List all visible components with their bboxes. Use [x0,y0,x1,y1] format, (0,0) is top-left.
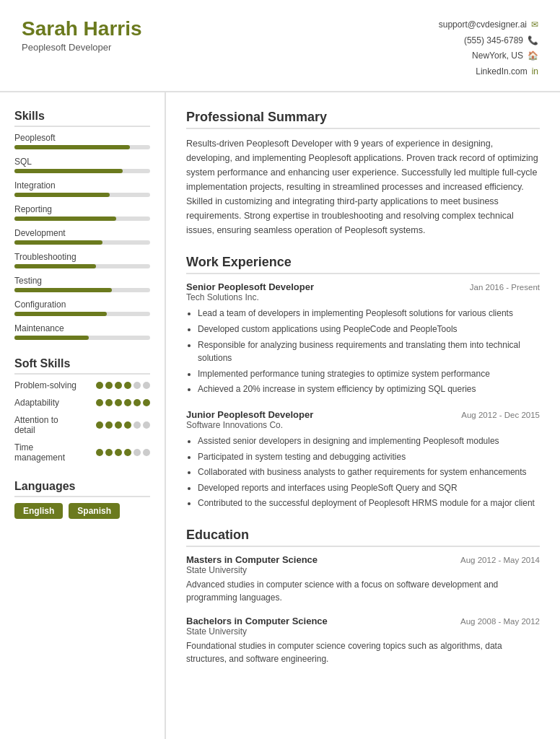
filled-dot [96,421,103,429]
email-text: support@cvdesigner.ai [439,17,527,33]
job-bullets: Lead a team of developers in implementin… [186,307,540,396]
filled-dot [124,449,131,456]
bullet: Lead a team of developers in implementin… [198,307,540,320]
bullet: Contributed to the successful deployment… [198,497,540,510]
bullet: Achieved a 20% increase in system effici… [198,382,540,396]
linkedin-contact: LinkedIn.com in [439,64,538,80]
empty-dot [143,382,150,389]
languages-section: Languages EnglishSpanish [14,480,150,519]
skill-bar-bg [14,169,150,173]
skill-bar-fill [14,193,110,197]
soft-skill-item: Adaptability [14,398,150,408]
email-icon: ✉ [531,17,538,33]
skill-bar-fill [14,288,112,292]
filled-dot [115,421,122,429]
edu-dates: Aug 2008 - May 2012 [460,617,540,626]
filled-dot [115,382,122,389]
empty-dot [134,382,141,389]
skills-title: Skills [14,110,150,127]
skill-bar-fill [14,240,102,245]
skill-name: SQL [14,157,150,167]
soft-skill-name: Problem-solving [14,380,79,390]
bullet: Developed custom applications using Peop… [198,323,540,336]
job-entry: Senior Peoplesoft Developer Jan 2016 - P… [186,281,540,396]
bullet: Developed reports and interfaces using P… [198,481,540,495]
filled-dot [115,399,122,406]
skill-bar-fill [14,169,123,173]
job-header: Senior Peoplesoft Developer Jan 2016 - P… [186,281,540,292]
skill-bar-bg [14,240,150,245]
dots [96,421,150,429]
filled-dot [134,399,141,406]
soft-skill-name: Attention to detail [14,415,79,435]
summary-text: Results-driven Peoplesoft Developer with… [186,136,540,237]
skill-name: Troubleshooting [14,252,150,262]
linkedin-icon: in [532,64,538,80]
bullet: Assisted senior developers in designing … [198,434,540,448]
skill-bar-bg [14,264,150,268]
skill-bar-bg [14,217,150,221]
skills-list: Peoplesoft SQL Integration Reporting Dev… [14,133,150,340]
experience-title: Work Experience [186,255,540,274]
phone-contact: (555) 345-6789 📞 [439,33,538,49]
edu-header: Masters in Computer Science Aug 2012 - M… [186,554,540,565]
skill-item: Reporting [14,204,150,221]
job-company: Software Innovations Co. [186,420,540,430]
bullet: Implemented performance tuning strategie… [198,367,540,381]
filled-dot [124,399,131,406]
skill-bar-bg [14,312,150,316]
soft-skills-section: Soft Skills Problem-solving Adaptability… [14,357,150,463]
skill-bar-bg [14,145,150,149]
filled-dot [115,449,122,456]
job-bullets: Assisted senior developers in designing … [186,434,540,510]
filled-dot [105,382,113,389]
skill-name: Peoplesoft [14,133,150,143]
skill-item: Configuration [14,299,150,316]
soft-skill-name: Time management [14,442,79,463]
edu-entry: Bachelors in Computer Science Aug 2008 -… [186,616,540,665]
skill-item: Troubleshooting [14,252,150,268]
soft-skill-item: Problem-solving [14,380,150,390]
main-content: Professional Summary Results-driven Peop… [166,92,560,739]
location-text: NewYork, US [472,48,523,64]
bullet: Responsible for analyzing business requi… [198,338,540,365]
summary-section: Professional Summary Results-driven Peop… [186,110,540,237]
phone-icon: 📞 [528,33,538,49]
skill-name: Testing [14,276,150,286]
contact-info: support@cvdesigner.ai ✉ (555) 345-6789 📞… [439,17,538,79]
bullet: Participated in system testing and debug… [198,450,540,464]
dots [96,449,150,456]
candidate-title: Peoplesoft Developer [22,42,142,53]
filled-dot [124,382,131,389]
edu-degree: Masters in Computer Science [186,554,318,565]
filled-dot [105,449,113,456]
skill-item: Integration [14,180,150,197]
skills-section: Skills Peoplesoft SQL Integration Report… [14,110,150,340]
empty-dot [134,421,141,429]
skill-item: SQL [14,157,150,173]
edu-school: State University [186,565,540,575]
resume-header: Sarah Harris Peoplesoft Developer suppor… [0,0,560,92]
job-header: Junior Peoplesoft Developer Aug 2012 - D… [186,409,540,420]
summary-title: Professional Summary [186,110,540,129]
email-contact: support@cvdesigner.ai ✉ [439,17,538,33]
soft-skill-name: Adaptability [14,398,79,408]
experience-section: Work Experience Senior Peoplesoft Develo… [186,255,540,510]
edu-degree: Bachelors in Computer Science [186,616,328,626]
skill-bar-bg [14,288,150,292]
language-tag: English [14,503,63,519]
skill-bar-bg [14,336,150,340]
empty-dot [143,449,150,456]
languages-title: Languages [14,480,150,497]
location-contact: NewYork, US 🏠 [439,48,538,64]
language-tags: EnglishSpanish [14,503,150,519]
language-tag: Spanish [69,503,120,519]
location-icon: 🏠 [528,48,538,64]
edu-school: State University [186,626,540,637]
phone-text: (555) 345-6789 [464,33,523,49]
soft-skills-list: Problem-solving Adaptability Attention t… [14,380,150,463]
bullet: Collaborated with business analysts to g… [198,465,540,479]
candidate-name: Sarah Harris [22,17,142,40]
soft-skills-title: Soft Skills [14,357,150,375]
job-title: Senior Peoplesoft Developer [186,281,314,292]
